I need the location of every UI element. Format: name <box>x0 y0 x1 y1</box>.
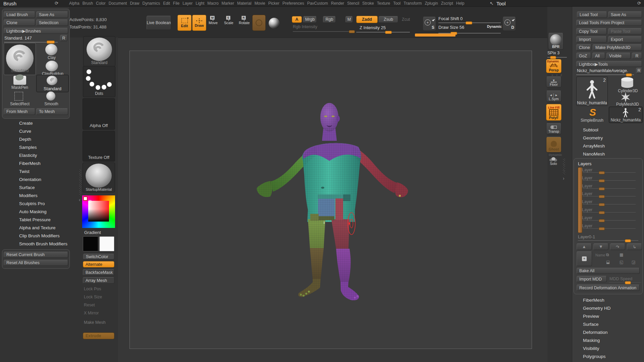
lightbox-brushes-button[interactable]: Lightbox▶Brushes <box>4 28 68 34</box>
rgb-intensity-slider[interactable] <box>293 31 355 32</box>
layer-row[interactable]: Layer <box>574 175 641 183</box>
persp-button[interactable]: Dynamic Persp <box>546 59 561 73</box>
mdd-speed-handle[interactable] <box>625 281 631 284</box>
brush-section-item[interactable]: Elasticity <box>19 152 76 160</box>
brush-section-item[interactable]: Modifiers <box>19 192 76 200</box>
layer-delete-icon[interactable]: ▦ <box>620 252 623 257</box>
menu-item[interactable]: Edit <box>163 1 170 6</box>
texture-swatch-icon[interactable] <box>252 15 266 31</box>
menu-item[interactable]: Zplugin <box>425 1 438 6</box>
move-button[interactable]: M Move <box>209 17 218 25</box>
layer-duplicate-icon[interactable]: ⧉ <box>606 252 609 257</box>
solo-button[interactable]: Solo <box>546 156 561 166</box>
human2-tool-thumb[interactable]: 2 Nickz_humanMa <box>609 107 643 123</box>
brush-section-item[interactable]: Samples <box>19 143 76 152</box>
layer-split-icon[interactable]: ◱ <box>620 260 623 264</box>
goz-r-button[interactable]: R <box>632 53 642 59</box>
switch-color-button[interactable]: SwitchColor <box>83 254 114 259</box>
claybuildup-brush-thumb[interactable] <box>46 61 58 71</box>
import-mdd-button[interactable]: Import MDD <box>577 276 607 282</box>
gradient-label[interactable]: Gradient <box>84 230 101 235</box>
reset-current-brush-button[interactable]: Reset Current Brush <box>4 252 68 258</box>
tool-section-item[interactable]: Deformation <box>583 328 640 337</box>
tool-section-item[interactable]: Visibility <box>583 345 640 353</box>
brush-section-item[interactable]: Curve <box>19 127 76 135</box>
current-color-swatch[interactable] <box>83 196 88 201</box>
layer-slider-handle[interactable] <box>599 195 605 198</box>
menu-item[interactable]: Transform <box>404 1 422 6</box>
record-deformation-button[interactable]: Record Deformation Animation <box>577 285 640 291</box>
current-layer-handle[interactable] <box>625 239 631 242</box>
maskpen-brush-thumb[interactable] <box>13 76 26 85</box>
layer-slider[interactable] <box>583 220 636 221</box>
secondary-color-swatch[interactable] <box>99 236 114 251</box>
export-button[interactable]: Export <box>608 36 642 43</box>
clay-brush-thumb[interactable] <box>45 44 57 55</box>
menu-item[interactable]: Dynamics <box>142 1 160 6</box>
layer-slider[interactable] <box>583 212 636 213</box>
to-mesh-button[interactable]: To Mesh <box>36 108 68 115</box>
current-layer-label[interactable]: Layer0-1 <box>578 234 595 239</box>
edit-button[interactable]: Edit <box>177 15 192 31</box>
import-button[interactable]: Import <box>576 36 607 43</box>
shelf-alpha-thumb[interactable]: Alpha Off <box>83 98 115 130</box>
color-sv-square[interactable] <box>88 201 109 222</box>
layer-down-button[interactable]: ▼ <box>593 243 608 250</box>
brush-section-item[interactable]: Clip Brush Modifiers <box>19 232 76 240</box>
bake-all-button[interactable]: Bake All <box>577 268 640 274</box>
goz-button[interactable]: GoZ <box>576 53 591 59</box>
brush-section-item[interactable]: Orientation <box>19 176 76 184</box>
current-brush-thumb[interactable]: Standard <box>4 43 36 75</box>
brush-size-handle[interactable] <box>47 41 55 44</box>
layer-slider-handle[interactable] <box>599 171 605 174</box>
panel-arrow-icon[interactable]: ↖ <box>490 1 494 6</box>
brush-section-item[interactable]: Sculptris Pro <box>19 200 76 208</box>
tool-section-item[interactable]: Geometry <box>583 134 640 142</box>
material-sphere-icon[interactable] <box>269 18 280 29</box>
rotate-button[interactable]: R Rotate <box>239 17 250 25</box>
layer-row[interactable]: Layer <box>574 183 641 191</box>
tool-section-item[interactable]: Subtool <box>583 126 640 134</box>
menu-item[interactable]: Stroke <box>362 1 374 6</box>
tool-section-item[interactable]: Geometry HD <box>583 304 640 312</box>
menu-item[interactable]: Draw <box>130 1 139 6</box>
selectrect-brush-thumb[interactable] <box>14 92 23 101</box>
menu-item[interactable]: Render <box>331 1 344 6</box>
layer-row[interactable]: Layer <box>574 198 641 206</box>
transp-button[interactable]: Transp <box>546 123 561 134</box>
menu-item[interactable]: Zscript <box>441 1 453 6</box>
menu-item[interactable]: Color <box>96 1 106 6</box>
layer-slider-handle[interactable] <box>599 227 605 230</box>
zsub-button[interactable]: Zsub <box>379 16 398 23</box>
refresh-icon[interactable]: ⟳ <box>55 1 58 6</box>
tool-section-item[interactable]: ArrayMesh <box>583 142 640 150</box>
brush-section-item[interactable]: Tablet Pressure <box>19 216 76 224</box>
right-panel-divider[interactable] <box>563 159 565 175</box>
brush-section-item[interactable]: Create <box>19 119 76 127</box>
layer-branch-button[interactable]: ↳ <box>627 243 642 250</box>
layers-title[interactable]: Layers <box>578 161 592 166</box>
tool-clone-button[interactable]: Clone <box>576 44 591 51</box>
ghost-button[interactable]: Ghost <box>546 137 561 153</box>
layer-merge-icon[interactable]: ⬓ <box>606 260 610 264</box>
refresh-icon-right[interactable]: ⟳ <box>637 1 641 6</box>
polymesh3d-thumb[interactable] <box>619 92 632 103</box>
zcut-button[interactable]: Zcut <box>402 17 410 22</box>
menu-item[interactable]: Macro <box>207 1 218 6</box>
layer-slider-handle[interactable] <box>599 219 605 222</box>
select-icon-button[interactable]: SelectIcon <box>36 19 68 26</box>
menu-item[interactable]: Document <box>109 1 127 6</box>
focal-shift-handle[interactable] <box>466 21 472 24</box>
alternate-button[interactable]: Alternate <box>83 261 114 267</box>
load-tool-button[interactable]: Load Tool <box>577 11 607 18</box>
menu-item[interactable]: Picker <box>268 1 279 6</box>
brush-section-item[interactable]: Surface <box>19 184 76 192</box>
layer-slider[interactable] <box>583 204 636 204</box>
shelf-brush-thumb[interactable]: Standard <box>83 36 115 66</box>
clone-button[interactable]: Clone <box>4 19 35 26</box>
shelf-texture-thumb[interactable]: Texture Off <box>83 131 115 162</box>
copy-tool-button[interactable]: Copy Tool <box>576 28 607 35</box>
rgb-intensity-handle[interactable] <box>349 30 355 33</box>
menu-item[interactable]: Preferences <box>282 1 304 6</box>
layer-row[interactable]: Layer <box>574 167 641 175</box>
